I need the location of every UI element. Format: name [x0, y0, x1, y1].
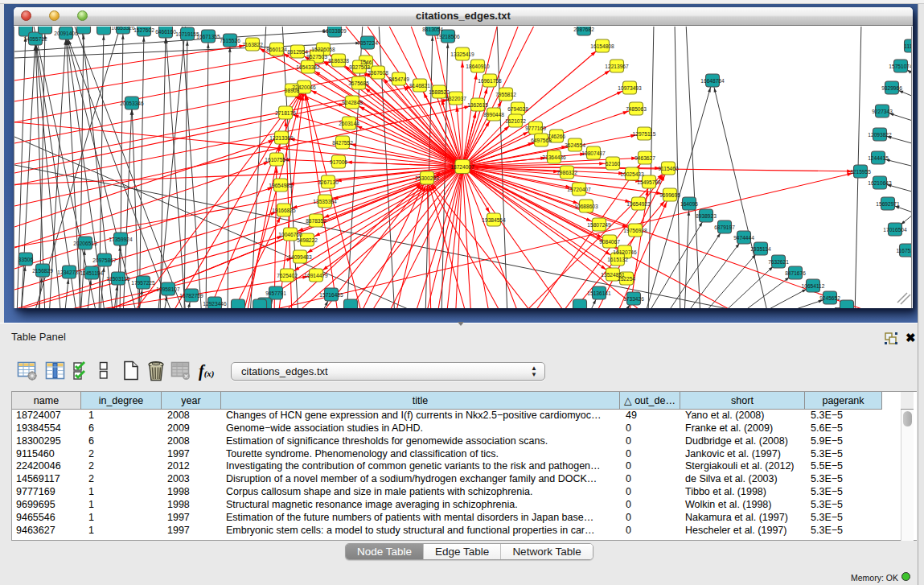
svg-text:19654923: 19654923 [626, 201, 651, 207]
svg-text:9327503: 9327503 [349, 64, 370, 70]
svg-text:3624554: 3624554 [565, 142, 585, 148]
svg-text:1588520: 1588520 [429, 89, 450, 95]
svg-text:17016504: 17016504 [883, 227, 907, 233]
svg-text:1527602: 1527602 [133, 27, 154, 33]
svg-text:9245652: 9245652 [819, 295, 840, 301]
svg-text:13535394: 13535394 [313, 199, 337, 204]
svg-text:10654112: 10654112 [802, 283, 825, 289]
svg-text:19218506: 19218506 [436, 34, 460, 39]
svg-text:16033809: 16033809 [322, 28, 347, 34]
svg-text:19756928: 19756928 [623, 228, 647, 233]
svg-text:12342737: 12342737 [57, 270, 81, 275]
svg-text:62160: 62160 [606, 161, 621, 167]
svg-text:7485063: 7485063 [626, 106, 647, 112]
svg-text:9474444: 9474444 [733, 235, 754, 241]
svg-text:20975867: 20975867 [92, 257, 117, 263]
svg-text:2718176: 2718176 [275, 110, 296, 116]
svg-text:17359924: 17359924 [109, 237, 133, 242]
svg-text:8454749: 8454749 [388, 76, 409, 82]
svg-text:15720407: 15720407 [567, 187, 591, 192]
svg-text:8912954: 8912954 [287, 49, 308, 55]
svg-text:8186328: 8186328 [328, 58, 349, 64]
svg-text:2156829: 2156829 [32, 268, 53, 274]
svg-text:11451194: 11451194 [80, 270, 104, 276]
svg-text:6497568: 6497568 [531, 138, 552, 143]
svg-text:16671355: 16671355 [196, 34, 220, 39]
svg-text:19654985: 19654985 [269, 183, 293, 188]
svg-text:252254: 252254 [618, 276, 635, 282]
svg-text:15495798: 15495798 [637, 179, 661, 185]
svg-text:16210643: 16210643 [868, 180, 892, 186]
svg-text:16961758: 16961758 [478, 78, 502, 84]
svg-text:10046766: 10046766 [278, 232, 302, 237]
svg-text:11173: 11173 [904, 43, 912, 49]
svg-text:19166825: 19166825 [272, 208, 296, 213]
svg-text:9329966: 9329966 [881, 85, 902, 91]
svg-text:10973493: 10973493 [618, 85, 642, 91]
svg-text:15226058: 15226058 [311, 47, 335, 52]
svg-text:8427552: 8427552 [332, 140, 353, 146]
svg-text:16782759: 16782759 [179, 293, 203, 299]
svg-text:12093822: 12093822 [868, 132, 892, 138]
svg-text:16107554: 16107554 [265, 157, 289, 163]
svg-text:8990448: 8990448 [483, 112, 504, 117]
svg-text:2367608: 2367608 [368, 70, 388, 76]
svg-text:6466160: 6466160 [155, 29, 176, 35]
svg-text:20053346: 20053346 [120, 101, 144, 106]
svg-text:17957225: 17957225 [131, 280, 155, 286]
svg-text:16120746: 16120746 [613, 249, 637, 255]
svg-text:8878352: 8878352 [306, 218, 326, 224]
svg-text:8938923: 8938923 [696, 213, 717, 219]
svg-text:7955812: 7955812 [495, 92, 516, 97]
svg-text:7357224: 7357224 [357, 40, 378, 46]
svg-text:917006: 917006 [330, 159, 347, 165]
svg-text:20091406: 20091406 [54, 31, 78, 36]
svg-text:33506: 33506 [18, 257, 34, 262]
svg-text:19384554: 19384554 [482, 217, 506, 223]
svg-text:8215955: 8215955 [850, 169, 871, 175]
svg-text:8471676: 8471676 [785, 270, 806, 276]
svg-text:18724007: 18724007 [450, 164, 474, 170]
svg-text:14055712: 14055712 [23, 36, 47, 42]
svg-text:1167533: 1167533 [896, 248, 912, 253]
svg-text:15751074: 15751074 [889, 64, 912, 69]
svg-text:10688603: 10688603 [574, 204, 598, 209]
svg-text:7163822: 7163822 [242, 42, 263, 47]
svg-text:1733426: 1733426 [623, 296, 644, 302]
svg-text:16648784: 16648784 [700, 78, 725, 84]
svg-text:1362615: 1362615 [467, 102, 488, 108]
svg-text:7986322: 7986322 [556, 170, 577, 175]
svg-text:9146821: 9146821 [409, 83, 430, 89]
svg-text:2087682: 2087682 [573, 27, 594, 32]
svg-text:7625402: 7625402 [277, 273, 298, 278]
svg-text:6879197: 6879197 [714, 225, 735, 230]
svg-text:20206513: 20206513 [73, 241, 97, 246]
svg-text:9777169: 9777169 [525, 126, 546, 131]
svg-text:13325419: 13325419 [450, 51, 474, 57]
svg-text:15716485: 15716485 [319, 292, 343, 298]
svg-text:8813054: 8813054 [422, 27, 443, 32]
svg-text:7515526: 7515526 [220, 38, 240, 43]
svg-text:9527503: 9527503 [306, 54, 327, 60]
svg-text:9699695: 9699695 [659, 192, 680, 198]
svg-text:1621072: 1621072 [505, 118, 526, 124]
svg-text:164095: 164095 [680, 201, 698, 207]
svg-text:15136141: 15136141 [587, 290, 611, 296]
svg-text:21364436: 21364436 [542, 154, 566, 160]
svg-text:9457791: 9457791 [265, 290, 286, 296]
svg-text:3675685: 3675685 [348, 80, 369, 86]
svg-text:15807249: 15807249 [587, 222, 611, 228]
svg-text:16914479: 16914479 [304, 273, 328, 278]
svg-text:10807487: 10807487 [581, 150, 606, 156]
svg-text:12213967: 12213967 [605, 64, 629, 69]
svg-text:1615132: 1615132 [607, 257, 628, 262]
svg-text:14099483: 14099483 [288, 254, 312, 260]
svg-text:8660124: 8660124 [266, 47, 287, 52]
svg-text:9227343: 9227343 [872, 109, 893, 114]
svg-text:12923446: 12923446 [203, 301, 227, 307]
svg-text:9463627: 9463627 [634, 155, 655, 161]
svg-text:12503135: 12503135 [106, 276, 130, 282]
svg-text:16543382: 16543382 [296, 64, 320, 70]
svg-text:10653326: 10653326 [111, 27, 135, 31]
svg-text:12975115: 12975115 [633, 131, 656, 137]
